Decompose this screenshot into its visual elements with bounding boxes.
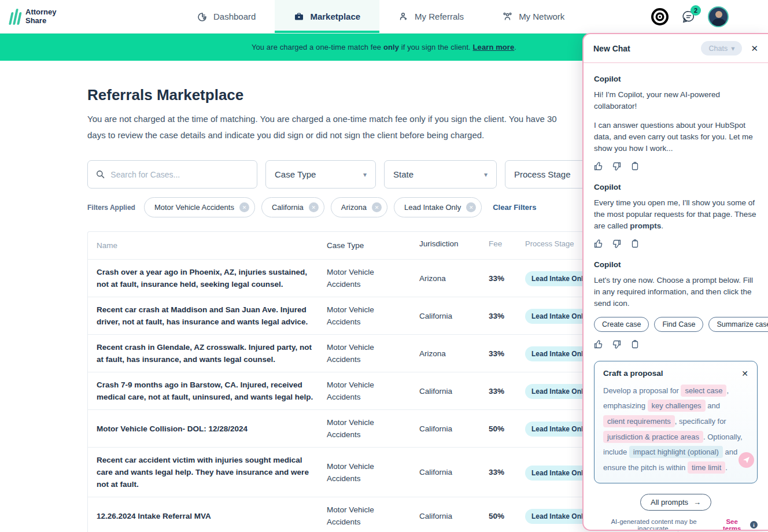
banner-period: .	[514, 43, 516, 51]
nav-label: Marketplace	[310, 12, 360, 21]
remove-filter-icon[interactable]: ✕	[309, 202, 319, 212]
see-terms-link[interactable]: See terms	[716, 518, 748, 530]
state-dropdown[interactable]: State ▾	[384, 160, 497, 189]
chat-message: Copilot Every time you open me, I'll sho…	[594, 183, 758, 260]
case-fee: 33%	[489, 274, 520, 283]
prompt-token-jurisdiction-practice-areas[interactable]: jurisdiction & practice areas	[603, 431, 703, 443]
user-avatar[interactable]	[708, 6, 729, 27]
case-jurisdiction: California	[419, 468, 489, 476]
nav-items: Dashboard Marketplace My Referrals	[178, 0, 584, 33]
thumbs-up-icon[interactable]	[594, 340, 603, 349]
chat-body: Copilot Hi! I'm Copilot, your new AI-pow…	[584, 63, 768, 530]
search-input[interactable]	[110, 170, 249, 179]
case-type: Motor Vehicle Accidents	[327, 460, 419, 485]
message-text: Let's try one now. Choose a prompt below…	[594, 275, 758, 309]
copy-icon[interactable]	[631, 162, 639, 171]
learn-more-link[interactable]: Learn more	[473, 43, 515, 51]
remove-filter-icon[interactable]: ✕	[239, 202, 249, 212]
prompt-pill-find-case[interactable]: Find Case	[654, 317, 703, 332]
close-icon[interactable]: ✕	[741, 369, 748, 378]
nav-item-marketplace[interactable]: Marketplace	[275, 0, 379, 33]
chip-label: California	[272, 203, 304, 212]
app-root: Attorney Share Dashboard Marketplace	[0, 0, 768, 532]
thumbs-down-icon[interactable]	[612, 239, 621, 248]
filter-chip-arizona[interactable]: Arizona ✕	[331, 197, 387, 217]
target-icon[interactable]	[650, 7, 670, 27]
close-icon[interactable]: ✕	[751, 43, 758, 54]
thumbs-up-icon[interactable]	[594, 162, 603, 171]
message-text: Every time you open me, I'll show you so…	[594, 197, 758, 232]
chat-bottom-section: Craft a proposal ✕ Develop a proposal fo…	[594, 361, 758, 530]
case-jurisdiction: California	[419, 387, 489, 396]
feedback-row	[594, 340, 758, 349]
copy-icon[interactable]	[631, 239, 639, 248]
remove-filter-icon[interactable]: ✕	[466, 202, 476, 212]
chip-label: Arizona	[341, 203, 367, 212]
prompt-text: .	[725, 463, 728, 472]
case-name: Recent car crash at Maddison and San Jua…	[88, 304, 327, 328]
filter-chip-motor-vehicle-accidents[interactable]: Motor Vehicle Accidents ✕	[144, 197, 255, 217]
search-icon	[96, 169, 105, 179]
case-name: Crash 7-9 months ago in Barstow, CA. Inj…	[88, 379, 327, 403]
case-type-dropdown[interactable]: Case Type ▾	[265, 160, 376, 189]
chats-dropdown-button[interactable]: Chats ▾	[701, 41, 742, 56]
case-name: Recent crash in Glendale, AZ crosswalk. …	[88, 341, 327, 365]
dropdown-label: State	[393, 169, 413, 179]
filter-chip-lead-intake-only[interactable]: Lead Intake Only ✕	[394, 197, 482, 217]
prompt-token-client-requirements[interactable]: client requirements	[603, 415, 675, 427]
case-fee: 33%	[489, 349, 520, 358]
briefcase-icon	[294, 12, 304, 22]
case-jurisdiction: Arizona	[419, 349, 489, 358]
notification-badge: 2	[691, 5, 701, 16]
nav-item-dashboard[interactable]: Dashboard	[178, 0, 275, 33]
chat-notifications-icon[interactable]: 2	[681, 9, 696, 24]
banner-text-mid: if you sign the client.	[399, 43, 473, 51]
filter-chip-california[interactable]: California ✕	[261, 197, 324, 217]
brand-name: Attorney Share	[25, 8, 56, 25]
case-type: Motor Vehicle Accidents	[327, 379, 419, 403]
search-box[interactable]	[87, 160, 257, 189]
clear-filters-link[interactable]: Clear Filters	[493, 203, 536, 212]
feedback-row	[594, 239, 758, 248]
banner-text-before: You are charged a one-time match fee	[252, 43, 383, 51]
dropdown-label: Case Type	[275, 169, 316, 179]
top-nav: Attorney Share Dashboard Marketplace	[0, 0, 768, 34]
prompt-text: and	[706, 401, 720, 410]
info-icon[interactable]: i	[750, 521, 758, 529]
all-prompts-button[interactable]: All prompts →	[640, 494, 711, 511]
person-referral-icon	[398, 12, 409, 22]
prompt-pill-summarize-case[interactable]: Summarize case	[708, 317, 768, 332]
thumbs-down-icon[interactable]	[612, 340, 621, 349]
case-type: Motor Vehicle Accidents	[327, 416, 419, 441]
remove-filter-icon[interactable]: ✕	[372, 202, 382, 212]
col-header-case-type: Case Type	[327, 239, 419, 252]
thumbs-up-icon[interactable]	[594, 239, 603, 248]
prompt-token-impact-highlight[interactable]: impact highlight (optional)	[629, 446, 723, 458]
chevron-down-icon: ▾	[731, 44, 734, 53]
copy-icon[interactable]	[631, 340, 639, 349]
brand-line2: Share	[25, 16, 46, 25]
arrow-right-icon: →	[693, 498, 701, 507]
prompt-token-select-case[interactable]: select case	[681, 385, 726, 397]
filters-applied-label: Filters Applied	[87, 204, 135, 212]
chevron-down-icon: ▾	[363, 171, 367, 179]
chat-message: Copilot Hi! I'm Copilot, your new AI-pow…	[594, 75, 758, 183]
prompt-token-time-limit[interactable]: time limit	[688, 461, 725, 474]
prompt-pill-create-case[interactable]: Create case	[594, 317, 649, 332]
craft-card-header: Craft a proposal ✕	[603, 369, 748, 378]
thumbs-down-icon[interactable]	[612, 162, 621, 171]
nav-item-my-referrals[interactable]: My Referrals	[379, 0, 483, 33]
craft-proposal-card[interactable]: Craft a proposal ✕ Develop a proposal fo…	[594, 361, 758, 483]
craft-card-body: Develop a proposal for select case, emph…	[603, 383, 748, 476]
chat-message: Copilot Let's try one now. Choose a prom…	[594, 260, 758, 361]
prompt-token-key-challenges[interactable]: key challenges	[648, 400, 706, 412]
prompt-pills-row: Create case Find Case Summarize case	[594, 317, 758, 332]
case-type: Motor Vehicle Accidents	[327, 304, 419, 328]
case-name: Crash over a year ago in Phoenix, AZ, in…	[88, 266, 327, 290]
nav-item-my-network[interactable]: My Network	[483, 0, 584, 33]
banner-text: You are charged a one-time match fee onl…	[252, 43, 516, 51]
case-name: Motor Vehicle Collision- DOL: 12/28/2024	[88, 423, 327, 435]
send-button[interactable]	[739, 452, 754, 468]
message-sender: Copilot	[594, 183, 758, 191]
brand-logo[interactable]: Attorney Share	[10, 0, 120, 33]
